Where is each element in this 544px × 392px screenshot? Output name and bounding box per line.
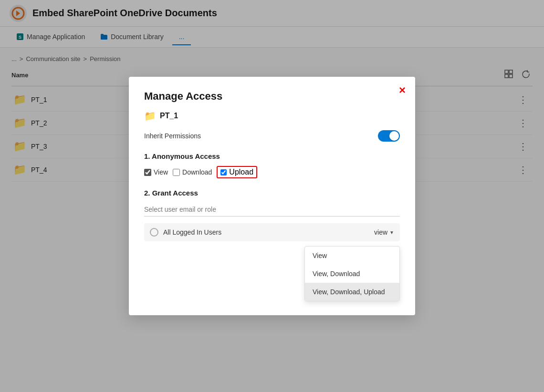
modal-close-button[interactable]: × bbox=[399, 84, 406, 96]
modal-folder-name: PT_1 bbox=[160, 112, 178, 120]
upload-checkbox[interactable] bbox=[220, 169, 227, 175]
users-radio[interactable] bbox=[150, 228, 158, 237]
permission-dropdown-menu: View View, Download View, Download, Uplo… bbox=[304, 246, 400, 301]
dropdown-item-view-download[interactable]: View, Download bbox=[305, 265, 399, 283]
modal-overlay: × Manage Access 📁 PT_1 Inherit Permissio… bbox=[0, 0, 544, 392]
grant-access-input[interactable] bbox=[144, 203, 400, 217]
anonymous-access-header: 1. Anonymous Access bbox=[144, 152, 400, 160]
modal-folder-icon: 📁 bbox=[144, 110, 156, 122]
manage-access-modal: × Manage Access 📁 PT_1 Inherit Permissio… bbox=[129, 77, 415, 315]
modal-title: Manage Access bbox=[144, 90, 400, 103]
download-checkbox-label[interactable]: Download bbox=[173, 168, 212, 176]
toggle-knob bbox=[389, 131, 399, 141]
upload-checkbox-text: Upload bbox=[229, 168, 253, 176]
dropdown-arrow-icon: ▼ bbox=[389, 230, 394, 235]
permission-dropdown-trigger[interactable]: view ▼ bbox=[374, 228, 394, 236]
dropdown-item-view[interactable]: View bbox=[305, 247, 399, 265]
all-logged-in-users-label: All Logged In Users bbox=[163, 228, 221, 236]
inherit-permissions-label: Inherit Permissions bbox=[144, 132, 201, 140]
all-logged-in-users-row: All Logged In Users view ▼ View View, Do… bbox=[144, 223, 400, 241]
download-checkbox[interactable] bbox=[173, 169, 180, 176]
inherit-permissions-toggle[interactable] bbox=[378, 130, 400, 142]
dropdown-item-view-download-upload[interactable]: View, Download, Upload bbox=[305, 283, 399, 301]
view-checkbox[interactable] bbox=[144, 169, 151, 176]
view-checkbox-label[interactable]: View bbox=[144, 168, 168, 176]
grant-access-header: 2. Grant Access bbox=[144, 189, 400, 197]
current-permission-label: view bbox=[374, 228, 387, 236]
view-checkbox-text: View bbox=[154, 168, 168, 176]
modal-folder-label: 📁 PT_1 bbox=[144, 110, 400, 122]
main-content: ... > Communication site > Permission Na… bbox=[0, 48, 544, 392]
upload-highlight-box: Upload bbox=[217, 166, 257, 178]
download-checkbox-text: Download bbox=[182, 168, 212, 176]
anonymous-access-row: View Download Upload bbox=[144, 166, 400, 178]
inherit-permissions-row: Inherit Permissions bbox=[144, 130, 400, 142]
